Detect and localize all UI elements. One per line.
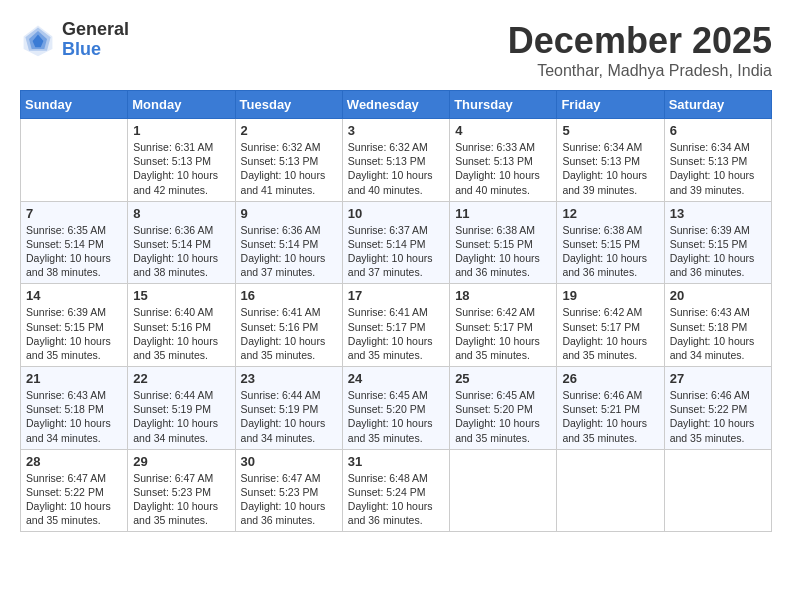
cell-info: Sunrise: 6:32 AM Sunset: 5:13 PM Dayligh…	[241, 140, 337, 197]
day-number: 14	[26, 288, 122, 303]
day-number: 30	[241, 454, 337, 469]
calendar-cell: 24Sunrise: 6:45 AM Sunset: 5:20 PM Dayli…	[342, 367, 449, 450]
cell-info: Sunrise: 6:40 AM Sunset: 5:16 PM Dayligh…	[133, 305, 229, 362]
cell-info: Sunrise: 6:37 AM Sunset: 5:14 PM Dayligh…	[348, 223, 444, 280]
day-number: 23	[241, 371, 337, 386]
day-number: 9	[241, 206, 337, 221]
day-number: 6	[670, 123, 766, 138]
calendar-cell: 8Sunrise: 6:36 AM Sunset: 5:14 PM Daylig…	[128, 201, 235, 284]
logo-text: General Blue	[62, 20, 129, 60]
weekday-header-friday: Friday	[557, 91, 664, 119]
cell-info: Sunrise: 6:41 AM Sunset: 5:17 PM Dayligh…	[348, 305, 444, 362]
day-number: 8	[133, 206, 229, 221]
logo-general-text: General	[62, 20, 129, 40]
cell-info: Sunrise: 6:47 AM Sunset: 5:23 PM Dayligh…	[241, 471, 337, 528]
calendar-cell: 28Sunrise: 6:47 AM Sunset: 5:22 PM Dayli…	[21, 449, 128, 532]
calendar-cell: 9Sunrise: 6:36 AM Sunset: 5:14 PM Daylig…	[235, 201, 342, 284]
cell-info: Sunrise: 6:47 AM Sunset: 5:23 PM Dayligh…	[133, 471, 229, 528]
calendar-cell: 23Sunrise: 6:44 AM Sunset: 5:19 PM Dayli…	[235, 367, 342, 450]
day-number: 16	[241, 288, 337, 303]
calendar-cell	[21, 119, 128, 202]
calendar-cell: 20Sunrise: 6:43 AM Sunset: 5:18 PM Dayli…	[664, 284, 771, 367]
cell-info: Sunrise: 6:34 AM Sunset: 5:13 PM Dayligh…	[562, 140, 658, 197]
cell-info: Sunrise: 6:45 AM Sunset: 5:20 PM Dayligh…	[348, 388, 444, 445]
day-number: 31	[348, 454, 444, 469]
day-number: 15	[133, 288, 229, 303]
weekday-header-wednesday: Wednesday	[342, 91, 449, 119]
cell-info: Sunrise: 6:41 AM Sunset: 5:16 PM Dayligh…	[241, 305, 337, 362]
weekday-header-sunday: Sunday	[21, 91, 128, 119]
calendar-cell: 2Sunrise: 6:32 AM Sunset: 5:13 PM Daylig…	[235, 119, 342, 202]
calendar-cell: 7Sunrise: 6:35 AM Sunset: 5:14 PM Daylig…	[21, 201, 128, 284]
weekday-header-row: SundayMondayTuesdayWednesdayThursdayFrid…	[21, 91, 772, 119]
calendar-cell	[557, 449, 664, 532]
day-number: 7	[26, 206, 122, 221]
calendar-cell: 5Sunrise: 6:34 AM Sunset: 5:13 PM Daylig…	[557, 119, 664, 202]
day-number: 22	[133, 371, 229, 386]
cell-info: Sunrise: 6:39 AM Sunset: 5:15 PM Dayligh…	[670, 223, 766, 280]
week-row-1: 1Sunrise: 6:31 AM Sunset: 5:13 PM Daylig…	[21, 119, 772, 202]
calendar-cell: 17Sunrise: 6:41 AM Sunset: 5:17 PM Dayli…	[342, 284, 449, 367]
day-number: 29	[133, 454, 229, 469]
calendar-cell: 3Sunrise: 6:32 AM Sunset: 5:13 PM Daylig…	[342, 119, 449, 202]
cell-info: Sunrise: 6:46 AM Sunset: 5:21 PM Dayligh…	[562, 388, 658, 445]
cell-info: Sunrise: 6:34 AM Sunset: 5:13 PM Dayligh…	[670, 140, 766, 197]
day-number: 21	[26, 371, 122, 386]
cell-info: Sunrise: 6:35 AM Sunset: 5:14 PM Dayligh…	[26, 223, 122, 280]
week-row-2: 7Sunrise: 6:35 AM Sunset: 5:14 PM Daylig…	[21, 201, 772, 284]
cell-info: Sunrise: 6:46 AM Sunset: 5:22 PM Dayligh…	[670, 388, 766, 445]
day-number: 24	[348, 371, 444, 386]
cell-info: Sunrise: 6:47 AM Sunset: 5:22 PM Dayligh…	[26, 471, 122, 528]
calendar-cell: 15Sunrise: 6:40 AM Sunset: 5:16 PM Dayli…	[128, 284, 235, 367]
calendar-cell: 27Sunrise: 6:46 AM Sunset: 5:22 PM Dayli…	[664, 367, 771, 450]
title-block: December 2025 Teonthar, Madhya Pradesh, …	[508, 20, 772, 80]
calendar-cell: 12Sunrise: 6:38 AM Sunset: 5:15 PM Dayli…	[557, 201, 664, 284]
day-number: 13	[670, 206, 766, 221]
day-number: 28	[26, 454, 122, 469]
cell-info: Sunrise: 6:43 AM Sunset: 5:18 PM Dayligh…	[670, 305, 766, 362]
calendar-cell: 6Sunrise: 6:34 AM Sunset: 5:13 PM Daylig…	[664, 119, 771, 202]
day-number: 19	[562, 288, 658, 303]
day-number: 26	[562, 371, 658, 386]
cell-info: Sunrise: 6:42 AM Sunset: 5:17 PM Dayligh…	[562, 305, 658, 362]
calendar-cell: 21Sunrise: 6:43 AM Sunset: 5:18 PM Dayli…	[21, 367, 128, 450]
calendar-cell: 14Sunrise: 6:39 AM Sunset: 5:15 PM Dayli…	[21, 284, 128, 367]
logo-icon	[20, 22, 56, 58]
calendar-cell: 22Sunrise: 6:44 AM Sunset: 5:19 PM Dayli…	[128, 367, 235, 450]
calendar-cell: 13Sunrise: 6:39 AM Sunset: 5:15 PM Dayli…	[664, 201, 771, 284]
cell-info: Sunrise: 6:38 AM Sunset: 5:15 PM Dayligh…	[455, 223, 551, 280]
logo: General Blue	[20, 20, 129, 60]
cell-info: Sunrise: 6:45 AM Sunset: 5:20 PM Dayligh…	[455, 388, 551, 445]
weekday-header-saturday: Saturday	[664, 91, 771, 119]
week-row-3: 14Sunrise: 6:39 AM Sunset: 5:15 PM Dayli…	[21, 284, 772, 367]
calendar-cell: 10Sunrise: 6:37 AM Sunset: 5:14 PM Dayli…	[342, 201, 449, 284]
day-number: 4	[455, 123, 551, 138]
weekday-header-tuesday: Tuesday	[235, 91, 342, 119]
calendar-cell: 26Sunrise: 6:46 AM Sunset: 5:21 PM Dayli…	[557, 367, 664, 450]
cell-info: Sunrise: 6:44 AM Sunset: 5:19 PM Dayligh…	[241, 388, 337, 445]
day-number: 2	[241, 123, 337, 138]
cell-info: Sunrise: 6:36 AM Sunset: 5:14 PM Dayligh…	[241, 223, 337, 280]
page-header: General Blue December 2025 Teonthar, Mad…	[20, 20, 772, 80]
cell-info: Sunrise: 6:48 AM Sunset: 5:24 PM Dayligh…	[348, 471, 444, 528]
calendar-cell: 25Sunrise: 6:45 AM Sunset: 5:20 PM Dayli…	[450, 367, 557, 450]
calendar-table: SundayMondayTuesdayWednesdayThursdayFrid…	[20, 90, 772, 532]
cell-info: Sunrise: 6:44 AM Sunset: 5:19 PM Dayligh…	[133, 388, 229, 445]
day-number: 10	[348, 206, 444, 221]
day-number: 12	[562, 206, 658, 221]
calendar-cell: 18Sunrise: 6:42 AM Sunset: 5:17 PM Dayli…	[450, 284, 557, 367]
calendar-cell: 31Sunrise: 6:48 AM Sunset: 5:24 PM Dayli…	[342, 449, 449, 532]
cell-info: Sunrise: 6:33 AM Sunset: 5:13 PM Dayligh…	[455, 140, 551, 197]
calendar-cell	[664, 449, 771, 532]
day-number: 17	[348, 288, 444, 303]
cell-info: Sunrise: 6:38 AM Sunset: 5:15 PM Dayligh…	[562, 223, 658, 280]
calendar-cell: 11Sunrise: 6:38 AM Sunset: 5:15 PM Dayli…	[450, 201, 557, 284]
day-number: 11	[455, 206, 551, 221]
calendar-cell: 16Sunrise: 6:41 AM Sunset: 5:16 PM Dayli…	[235, 284, 342, 367]
day-number: 1	[133, 123, 229, 138]
cell-info: Sunrise: 6:42 AM Sunset: 5:17 PM Dayligh…	[455, 305, 551, 362]
cell-info: Sunrise: 6:43 AM Sunset: 5:18 PM Dayligh…	[26, 388, 122, 445]
weekday-header-thursday: Thursday	[450, 91, 557, 119]
cell-info: Sunrise: 6:32 AM Sunset: 5:13 PM Dayligh…	[348, 140, 444, 197]
week-row-5: 28Sunrise: 6:47 AM Sunset: 5:22 PM Dayli…	[21, 449, 772, 532]
